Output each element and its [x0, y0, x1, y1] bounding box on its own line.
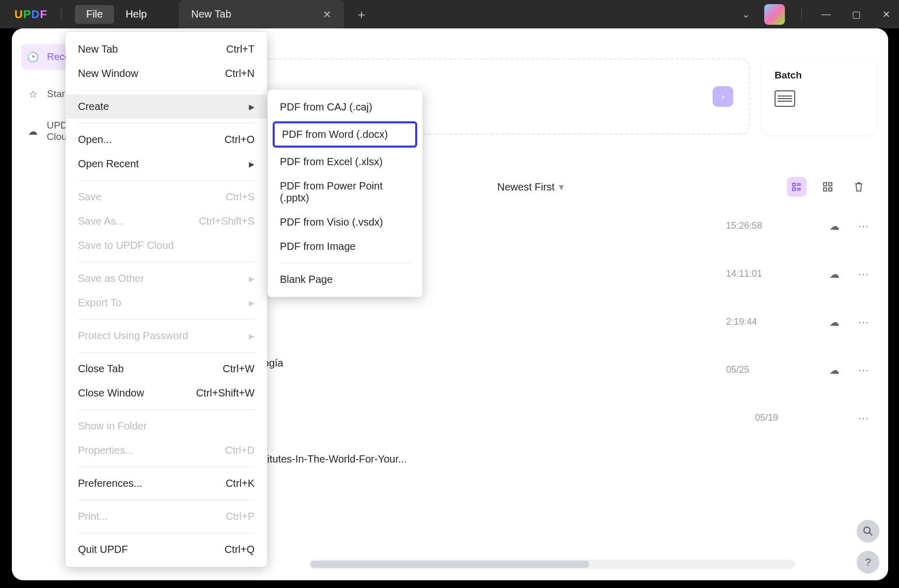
cloud-icon[interactable]: ☁ [829, 364, 840, 376]
clock-icon: 🕑 [26, 50, 40, 63]
submenu-item-pdf-from-caj-caj-[interactable]: PDF from CAJ (.caj) [267, 95, 422, 119]
menu-item-label: Export To [78, 297, 121, 309]
submenu-item-pdf-from-word-docx-[interactable]: PDF from Word (.docx) [273, 121, 417, 148]
tab-label: New Tab [191, 8, 231, 20]
menu-shortcut: Ctrl+O [225, 134, 255, 146]
minimize-button[interactable]: — [818, 9, 834, 20]
tab-new[interactable]: New Tab ✕ [179, 0, 344, 28]
cloud-icon[interactable]: ☁ [829, 316, 840, 328]
menu-shortcut: Ctrl+T [226, 43, 255, 55]
chevron-down-icon[interactable]: ⌄ [742, 9, 750, 20]
svg-rect-3 [793, 188, 795, 190]
menu-separator [78, 123, 255, 123]
cloud-icon[interactable]: ☁ [829, 220, 840, 232]
menu-item-save-to-updf-cloud: Save to UPDF Cloud [66, 233, 267, 258]
close-tab-icon[interactable]: ✕ [323, 8, 332, 21]
submenu-item-pdf-from-visio-vsdx-[interactable]: PDF from Visio (.vsdx) [267, 210, 422, 234]
batch-title: Batch [775, 70, 863, 81]
more-icon[interactable]: ⋯ [858, 316, 869, 328]
new-tab-button[interactable]: ＋ [355, 6, 368, 23]
menu-file[interactable]: File [75, 5, 114, 24]
cloud-icon[interactable]: ☁ [829, 268, 840, 280]
menu-separator [78, 180, 255, 181]
list-view-button[interactable] [787, 177, 807, 197]
menu-shortcut: Ctrl+D [225, 444, 255, 456]
close-button[interactable]: ✕ [878, 9, 894, 20]
batch-card[interactable]: Batch [762, 58, 876, 135]
menu-item-save-as-other: Save as Other▶ [66, 266, 267, 291]
menu-item-create[interactable]: Create▶ [66, 94, 267, 119]
menu-shortcut: Ctrl+Q [225, 544, 255, 555]
menu-separator [78, 352, 255, 353]
file-actions: ☁⋯ [829, 364, 869, 376]
more-icon[interactable]: ⋯ [858, 268, 869, 280]
menu-item-label: Save as Other [78, 273, 144, 284]
sort-dropdown[interactable]: Newest First ▾ [497, 181, 564, 193]
file-time: 05/25 [726, 364, 829, 375]
scrollbar-thumb[interactable] [310, 561, 589, 568]
menu-item-close-tab[interactable]: Close TabCtrl+W [66, 357, 267, 381]
file-actions: ☁⋯ [829, 316, 869, 328]
menu-item-open-recent[interactable]: Open Recent▶ [66, 152, 267, 176]
svg-line-11 [870, 533, 872, 535]
file-actions: ☁⋯ [829, 220, 869, 232]
more-icon[interactable]: ⋯ [858, 364, 869, 376]
window-controls: ⌄ — ▢ ✕ [742, 0, 894, 28]
menu-item-new-tab[interactable]: New TabCtrl+T [66, 37, 267, 61]
menu-shortcut: Ctrl+Shift+W [196, 387, 255, 399]
chevron-right-icon: ▶ [249, 299, 255, 307]
floating-actions: ? [857, 520, 879, 574]
menu-shortcut: Ctrl+P [226, 511, 255, 522]
more-icon[interactable]: ⋯ [858, 220, 869, 232]
menu-help[interactable]: Help [114, 5, 158, 24]
file-menu: New TabCtrl+TNew WindowCtrl+NCreate▶Open… [66, 32, 267, 567]
menu-item-open-[interactable]: Open...Ctrl+O [66, 128, 267, 152]
menu-item-label: Save to UPDF Cloud [78, 240, 174, 251]
submenu-item-blank-page[interactable]: Blank Page [267, 267, 422, 292]
menu-item-quit-updf[interactable]: Quit UPDFCtrl+Q [66, 537, 267, 562]
menu-item-label: Open... [78, 134, 112, 146]
help-button[interactable]: ? [857, 551, 879, 574]
grid-view-button[interactable] [818, 177, 838, 197]
chevron-right-icon: ▶ [249, 275, 255, 283]
menu-item-label: Open Recent [78, 158, 139, 170]
menu-shortcut: Ctrl+Shift+S [199, 215, 255, 227]
menu-item-label: New Window [78, 68, 138, 80]
svg-rect-6 [824, 183, 827, 186]
menu-item-label: Close Window [78, 387, 144, 399]
menu-item-export-to: Export To▶ [66, 291, 267, 315]
menu-item-properties-: Properties...Ctrl+D [66, 438, 267, 463]
menu-shortcut: Ctrl+S [226, 191, 255, 203]
menu-item-label: Save [78, 191, 102, 203]
create-submenu: PDF from CAJ (.caj)PDF from Word (.docx)… [267, 90, 422, 297]
submenu-item-pdf-from-excel-xlsx-[interactable]: PDF from Excel (.xlsx) [267, 150, 422, 174]
menu-item-new-window[interactable]: New WindowCtrl+N [66, 61, 267, 86]
search-button[interactable] [857, 520, 879, 543]
chevron-down-icon: ▾ [559, 181, 564, 193]
menu-item-preferences-[interactable]: Preferences...Ctrl+K [66, 471, 267, 496]
svg-rect-7 [829, 183, 832, 186]
menu-separator [78, 467, 255, 467]
avatar[interactable] [764, 4, 785, 25]
delete-button[interactable] [849, 177, 869, 197]
menu-shortcut: Ctrl+K [226, 478, 255, 489]
file-actions: ⋯ [858, 412, 869, 424]
svg-rect-0 [793, 183, 795, 186]
sort-label: Newest First [497, 181, 555, 193]
maximize-button[interactable]: ▢ [848, 9, 864, 20]
menu-separator [280, 263, 410, 263]
file-time: 15:26:58 [726, 220, 829, 231]
submenu-item-pdf-from-image[interactable]: PDF from Image [267, 234, 422, 259]
menu-item-label: Print... [78, 511, 108, 522]
more-icon[interactable]: ⋯ [858, 412, 869, 424]
divider [61, 8, 61, 21]
menu-item-label: Show in Folder [78, 420, 147, 432]
divider [801, 8, 802, 21]
menu-separator [78, 90, 255, 90]
chevron-right-icon: ▶ [249, 332, 255, 340]
svg-rect-9 [829, 188, 832, 191]
menu-item-close-window[interactable]: Close WindowCtrl+Shift+W [66, 381, 267, 405]
submenu-item-pdf-from-power-point-pptx-[interactable]: PDF from Power Point (.pptx) [267, 174, 422, 210]
menu-item-save: SaveCtrl+S [66, 185, 267, 209]
horizontal-scrollbar[interactable] [309, 560, 795, 569]
